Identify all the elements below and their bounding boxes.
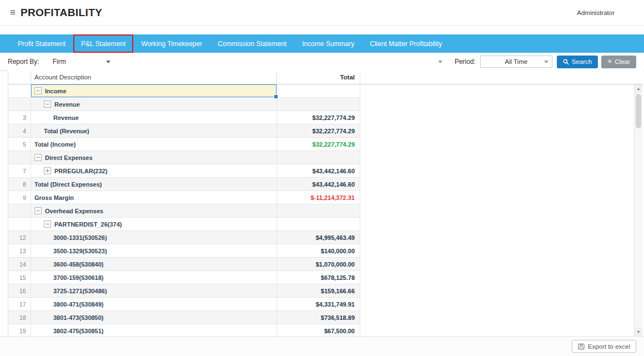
row-number bbox=[8, 151, 31, 164]
period-label: Period: bbox=[455, 58, 476, 66]
account-label: Total (Revenue) bbox=[44, 128, 89, 134]
account-label: 3802-475(530851) bbox=[53, 328, 104, 334]
table-row[interactable]: 193802-475(530851)$67,500.00 bbox=[8, 324, 634, 336]
row-filler bbox=[360, 204, 634, 218]
pl-statement-grid: Account Description Total −Income−Revenu… bbox=[8, 71, 642, 336]
account-description-cell[interactable]: Total (Income) bbox=[31, 138, 277, 151]
table-row[interactable]: 7+PRREGULAR(232)$43,442,146.60 bbox=[8, 164, 634, 178]
collapse-icon[interactable]: − bbox=[34, 207, 42, 214]
table-row[interactable]: 4Total (Revenue)$32,227,774.29 bbox=[8, 124, 634, 138]
tab-profit-statement[interactable]: Profit Statement bbox=[10, 34, 73, 53]
table-row[interactable]: 3Revenue$32,227,774.29 bbox=[8, 111, 634, 124]
account-label: Revenue bbox=[54, 101, 80, 108]
account-label: 3600-458(530840) bbox=[53, 261, 104, 268]
table-row[interactable]: 143600-458(530840)$1,070,000.00 bbox=[8, 258, 634, 271]
row-filler bbox=[360, 138, 634, 151]
expand-icon[interactable]: + bbox=[44, 167, 51, 174]
tab-client-matter-profitability[interactable]: Client Matter Profitability bbox=[362, 34, 450, 53]
account-description-cell[interactable]: +PRREGULAR(232) bbox=[31, 164, 277, 178]
total-cell: $-11,214,372.31 bbox=[277, 191, 360, 204]
row-filler bbox=[360, 244, 634, 258]
tab-p-l-statement[interactable]: P&L Statement bbox=[73, 34, 133, 53]
report-by-select[interactable]: Firm bbox=[53, 58, 110, 66]
row-filler bbox=[360, 84, 634, 98]
toolbar: Report By: Firm Period: All Time Search … bbox=[0, 53, 644, 71]
collapsed-dropdown-caret-icon[interactable] bbox=[438, 61, 442, 63]
account-description-cell[interactable]: −Direct Expenses bbox=[31, 151, 277, 164]
scroll-down-icon[interactable]: ▼ bbox=[635, 328, 642, 336]
account-description-cell[interactable]: 3800-471(530849) bbox=[31, 298, 277, 311]
table-row[interactable]: 8Total (Direct Expenses)$43,442,146.60 bbox=[8, 178, 634, 191]
vertical-scrollbar[interactable]: ▲ ▼ bbox=[634, 84, 642, 336]
export-to-excel-button[interactable]: Export to excel bbox=[572, 340, 636, 353]
row-number bbox=[8, 218, 31, 231]
table-row[interactable]: −Overhead Expenses bbox=[8, 204, 634, 218]
total-cell: $32,227,774.29 bbox=[277, 111, 360, 124]
table-row[interactable]: −PARTNERDIST_26(374) bbox=[8, 218, 634, 231]
table-row[interactable]: −Direct Expenses bbox=[8, 151, 634, 164]
period-select[interactable]: All Time bbox=[480, 56, 552, 68]
row-number: 4 bbox=[8, 124, 31, 138]
row-filler bbox=[360, 324, 634, 336]
account-label: Direct Expenses bbox=[45, 154, 93, 161]
tab-bar: Profit StatementP&L StatementWorking Tim… bbox=[0, 34, 644, 53]
user-label[interactable]: Administrator bbox=[577, 9, 615, 16]
total-cell: $736,518.89 bbox=[277, 311, 360, 324]
account-description-cell[interactable]: 3801-473(530850) bbox=[31, 311, 277, 324]
collapse-icon[interactable]: − bbox=[44, 220, 51, 228]
clear-button[interactable]: ✕ Clear bbox=[601, 56, 636, 68]
collapse-icon[interactable]: − bbox=[34, 87, 42, 94]
account-description-cell[interactable]: 3802-475(530851) bbox=[31, 324, 277, 336]
row-number: 5 bbox=[8, 138, 31, 151]
account-description-cell[interactable]: −Income bbox=[31, 84, 277, 98]
collapse-icon[interactable]: − bbox=[44, 101, 51, 108]
row-filler bbox=[360, 218, 634, 231]
scrollbar-thumb[interactable] bbox=[636, 94, 641, 128]
report-by-label: Report By: bbox=[8, 58, 39, 66]
report-by-value: Firm bbox=[53, 58, 66, 66]
account-description-cell[interactable]: −Overhead Expenses bbox=[31, 204, 277, 218]
table-row[interactable]: −Revenue bbox=[8, 98, 634, 111]
table-row[interactable]: 133500-1329(530523)$140,000.00 bbox=[8, 244, 634, 258]
table-row[interactable]: 153700-159(530618)$678,125.78 bbox=[8, 271, 634, 284]
account-label: 3725-1271(530486) bbox=[53, 288, 107, 294]
collapse-icon[interactable]: − bbox=[34, 154, 42, 161]
account-description-cell[interactable]: 3700-159(530618) bbox=[31, 271, 277, 284]
row-number: 19 bbox=[8, 324, 31, 336]
account-description-cell[interactable]: −PARTNERDIST_26(374) bbox=[31, 218, 277, 231]
tab-commission-statement[interactable]: Commission Statement bbox=[210, 34, 294, 53]
account-description-cell[interactable]: 3600-458(530840) bbox=[31, 258, 277, 271]
account-description-cell[interactable]: 3000-1331(530526) bbox=[31, 231, 277, 244]
scroll-up-icon[interactable]: ▲ bbox=[635, 84, 642, 93]
row-filler bbox=[360, 284, 634, 298]
menu-icon[interactable]: ≡ bbox=[10, 7, 16, 18]
row-filler bbox=[360, 124, 634, 138]
export-icon bbox=[578, 343, 585, 350]
total-cell bbox=[277, 204, 360, 218]
table-row[interactable]: 183801-473(530850)$736,518.89 bbox=[8, 311, 634, 324]
footer-bar: Export to excel bbox=[0, 336, 644, 356]
tab-income-summary[interactable]: Income Summary bbox=[294, 34, 362, 53]
account-description-cell[interactable]: 3725-1271(530486) bbox=[31, 284, 277, 298]
search-button[interactable]: Search bbox=[557, 56, 598, 68]
table-row[interactable]: −Income bbox=[8, 84, 634, 98]
table-row[interactable]: 123000-1331(530526)$4,995,463.49 bbox=[8, 231, 634, 244]
account-label: Total (Direct Expenses) bbox=[34, 181, 102, 188]
row-filler bbox=[360, 164, 634, 178]
total-cell bbox=[277, 84, 360, 98]
col-header-account-description[interactable]: Account Description bbox=[31, 71, 277, 84]
account-description-cell[interactable]: 3500-1329(530523) bbox=[31, 244, 277, 258]
account-description-cell[interactable]: Revenue bbox=[31, 111, 277, 124]
account-description-cell[interactable]: −Revenue bbox=[31, 98, 277, 111]
account-description-cell[interactable]: Total (Revenue) bbox=[31, 124, 277, 138]
table-row[interactable]: 5Total (Income)$32,227,774.29 bbox=[8, 138, 634, 151]
col-header-total[interactable]: Total bbox=[277, 71, 360, 84]
total-cell: $32,227,774.29 bbox=[277, 138, 360, 151]
account-label: Income bbox=[45, 88, 67, 94]
table-row[interactable]: 9Gross Margin$-11,214,372.31 bbox=[8, 191, 634, 204]
tab-working-timekeeper[interactable]: Working Timekeeper bbox=[133, 34, 210, 53]
table-row[interactable]: 163725-1271(530486)$159,166.66 bbox=[8, 284, 634, 298]
account-description-cell[interactable]: Total (Direct Expenses) bbox=[31, 178, 277, 191]
account-description-cell[interactable]: Gross Margin bbox=[31, 191, 277, 204]
table-row[interactable]: 173800-471(530849)$4,331,749.91 bbox=[8, 298, 634, 311]
